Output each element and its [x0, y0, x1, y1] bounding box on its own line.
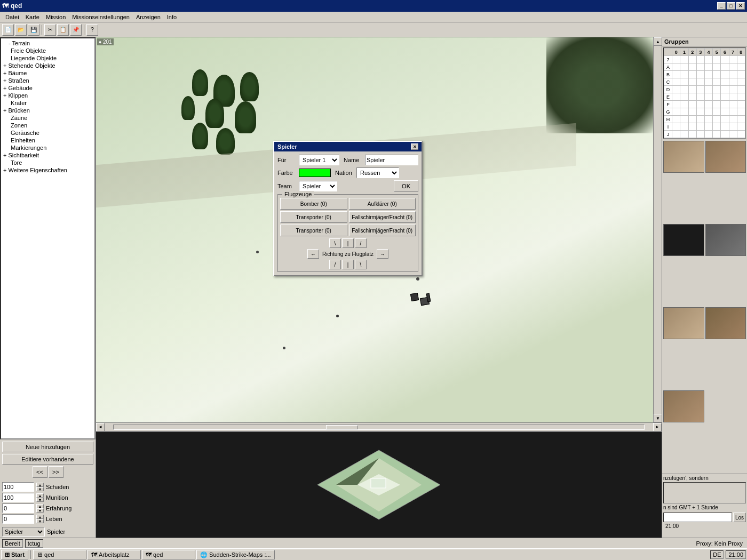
groups-cell-i-5[interactable] [713, 123, 721, 131]
groups-cell-7-2[interactable] [688, 56, 696, 63]
nav-prev-button[interactable]: << [33, 466, 47, 478]
los-button[interactable]: Los [733, 513, 746, 522]
map-container[interactable]: ♦ 201 Spieler ✕ [96, 37, 653, 422]
groups-cell-g-6[interactable] [721, 108, 729, 116]
groups-cell-c-7[interactable] [729, 78, 737, 86]
groups-cell-h-4[interactable] [704, 116, 712, 123]
groups-cell-c-1[interactable] [680, 78, 688, 86]
groups-cell-c-5[interactable] [713, 78, 721, 86]
groups-cell-b-2[interactable] [688, 71, 696, 78]
tree-tore[interactable]: Tore [2, 159, 93, 166]
groups-cell-a-8[interactable] [737, 63, 745, 71]
groups-cell-b-8[interactable] [737, 71, 745, 78]
groups-cell-g-3[interactable] [696, 108, 704, 116]
aufklaerer-button[interactable]: Aufklärer (0) [349, 198, 416, 210]
groups-cell-h-7[interactable] [729, 116, 737, 123]
tree-bruecken[interactable]: Brücken [2, 107, 93, 114]
groups-cell-a-1[interactable] [680, 63, 688, 71]
dialog-close-button[interactable]: ✕ [411, 143, 418, 150]
chat-input[interactable] [663, 513, 732, 522]
fallschirm2-button[interactable]: Fallschirmjäger/Fracht (0) [349, 225, 416, 236]
groups-cell-i-8[interactable] [737, 123, 745, 131]
tree-freie-objekte[interactable]: Freie Objekte [2, 47, 93, 54]
help-button[interactable]: ? [86, 24, 98, 36]
hscroll-thumb[interactable] [326, 425, 358, 429]
spieler-select[interactable]: Spieler 1 Spieler 2 [299, 155, 339, 165]
tree-sichtbarkeit[interactable]: Sichtbarkeit [2, 151, 93, 159]
munition-input[interactable] [2, 493, 34, 502]
ok-button[interactable]: OK [394, 180, 418, 192]
menu-datei[interactable]: Datei [2, 13, 22, 21]
vscroll-up[interactable]: ▲ [654, 37, 662, 46]
tree-liegende-objekte[interactable]: Liegende Objekte [2, 54, 93, 62]
transporter2-button[interactable]: Transporter (0) [280, 225, 347, 236]
terrain-tile-4[interactable] [705, 224, 746, 256]
schaden-input[interactable] [2, 482, 34, 492]
groups-cell-j-2[interactable] [688, 131, 696, 138]
groups-cell-a-3[interactable] [696, 63, 704, 71]
erfahrung-up[interactable]: ▲ [36, 504, 44, 508]
fallschirm1-button[interactable]: Fallschirmjäger/Fracht (0) [349, 211, 416, 223]
groups-cell-f-8[interactable] [737, 101, 745, 108]
groups-cell-d-2[interactable] [688, 86, 696, 93]
groups-cell-j-1[interactable] [680, 131, 688, 138]
groups-cell-g-7[interactable] [729, 108, 737, 116]
groups-cell-g-2[interactable] [688, 108, 696, 116]
hscroll-left[interactable]: ◄ [96, 423, 105, 431]
menu-missionseinstellungen[interactable]: Missionseinstellungen [69, 13, 133, 21]
groups-cell-e-8[interactable] [737, 93, 745, 101]
groups-cell-e-3[interactable] [696, 93, 704, 101]
groups-cell-7-0[interactable] [672, 56, 680, 63]
leben-up[interactable]: ▲ [36, 515, 44, 519]
terrain-tile-6[interactable] [705, 307, 746, 339]
tree-gerausche[interactable]: Geräusche [2, 129, 93, 137]
groups-cell-h-5[interactable] [713, 116, 721, 123]
groups-cell-g-5[interactable] [713, 108, 721, 116]
dir-btn-sw[interactable]: / [329, 260, 341, 269]
groups-cell-f-0[interactable] [672, 101, 680, 108]
groups-cell-i-6[interactable] [721, 123, 729, 131]
groups-cell-b-7[interactable] [729, 71, 737, 78]
team-select[interactable]: Spieler Team 1 [299, 181, 337, 191]
groups-cell-d-3[interactable] [696, 86, 704, 93]
groups-cell-g-1[interactable] [680, 108, 688, 116]
munition-up[interactable]: ▲ [36, 493, 44, 498]
groups-cell-f-1[interactable] [680, 101, 688, 108]
groups-cell-e-5[interactable] [713, 93, 721, 101]
groups-cell-h-2[interactable] [688, 116, 696, 123]
groups-cell-i-7[interactable] [729, 123, 737, 131]
minimize-button[interactable]: _ [717, 2, 726, 10]
hscroll-track[interactable] [113, 425, 645, 430]
close-button[interactable]: ✕ [736, 2, 745, 10]
groups-cell-f-5[interactable] [713, 101, 721, 108]
groups-cell-b-5[interactable] [713, 71, 721, 78]
groups-cell-i-3[interactable] [696, 123, 704, 131]
groups-cell-7-1[interactable] [680, 56, 688, 63]
groups-cell-e-0[interactable] [672, 93, 680, 101]
groups-cell-j-4[interactable] [704, 131, 712, 138]
save-button[interactable]: 💾 [28, 24, 39, 36]
groups-cell-h-3[interactable] [696, 116, 704, 123]
groups-cell-f-6[interactable] [721, 101, 729, 108]
dir-btn-nw[interactable]: \ [329, 238, 341, 248]
erfahrung-down[interactable]: ▼ [36, 508, 44, 513]
nav-next-button[interactable]: >> [49, 466, 63, 478]
groups-cell-b-3[interactable] [696, 71, 704, 78]
groups-cell-e-6[interactable] [721, 93, 729, 101]
groups-cell-d-8[interactable] [737, 86, 745, 93]
taskbar-maps[interactable]: 🌐 Sudden-Strike-Maps :... [196, 550, 275, 559]
groups-cell-7-8[interactable] [737, 56, 745, 63]
dir-btn-n[interactable]: | [342, 238, 354, 248]
terrain-tile-2[interactable] [705, 141, 746, 173]
tree-stehende-objekte[interactable]: Stehende Objekte [2, 62, 93, 69]
groups-cell-c-2[interactable] [688, 78, 696, 86]
terrain-tile-3[interactable] [663, 224, 704, 256]
groups-cell-f-2[interactable] [688, 101, 696, 108]
groups-cell-7-3[interactable] [696, 56, 704, 63]
groups-cell-b-6[interactable] [721, 71, 729, 78]
groups-cell-f-3[interactable] [696, 101, 704, 108]
neue-hinzufuegen-button[interactable]: Neue hinzufügen [2, 442, 93, 452]
groups-cell-j-7[interactable] [729, 131, 737, 138]
name-input[interactable] [365, 155, 418, 165]
menu-karte[interactable]: Karte [22, 13, 43, 21]
